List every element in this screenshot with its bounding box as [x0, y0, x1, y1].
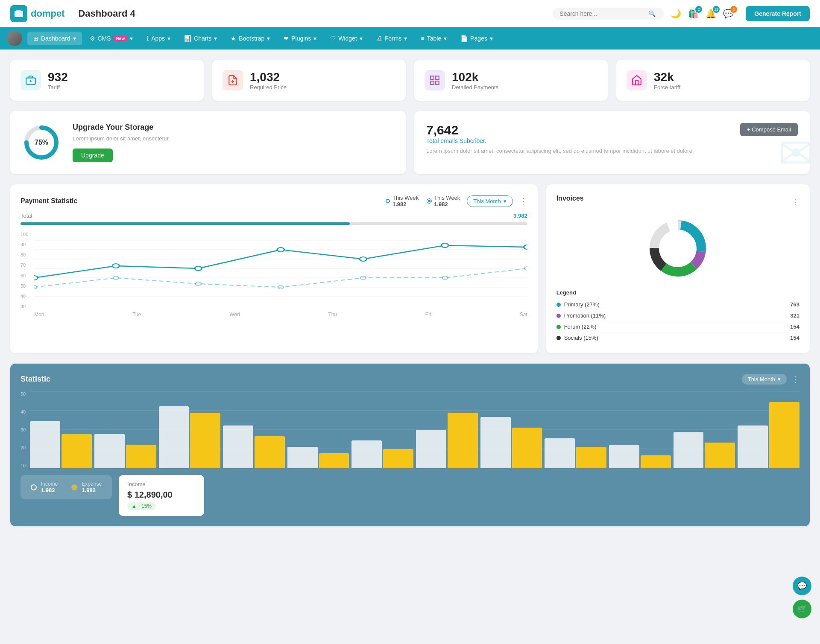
invoices-legend-section: Legend Primary (27%) 763 Promotion (11%): [556, 289, 800, 343]
legend-label-0: This Week: [392, 195, 419, 201]
nav-cms-label: CMS: [98, 35, 111, 42]
stat-cards-grid: 932 Tariff 1,032 Required Price 102k Det…: [10, 60, 810, 101]
payment-total-row: Total 3.982: [20, 213, 527, 219]
bar-yellow-11: [769, 402, 800, 468]
price-info: 1,032 Required Price: [250, 70, 287, 90]
svg-point-30: [278, 286, 284, 289]
email-subtitle: Total emails Subcriber.: [426, 137, 692, 144]
chevron-down-icon-bs: ▾: [267, 35, 270, 42]
forum-label: Forum (22%): [564, 323, 597, 330]
nav-item-plugins[interactable]: ❤ Plugins ▾: [278, 32, 322, 45]
expense-legend-dot: [71, 484, 77, 490]
bar-white-1: [94, 434, 125, 468]
bar-yellow-10: [705, 443, 735, 468]
expense-legend-item: Expense 1.982: [71, 481, 102, 493]
nav-item-pages[interactable]: 📄 Pages ▾: [454, 32, 499, 45]
bar-group-7: [480, 417, 542, 468]
storage-card: 75% Upgrade Your Storage Lorem ipsum dol…: [10, 111, 406, 174]
bar-white-4: [287, 447, 318, 468]
payment-progress-bar: [20, 222, 527, 225]
svg-point-20: [34, 276, 38, 280]
shop-icon-btn[interactable]: 🛍️ 2: [688, 9, 699, 19]
chevron-down-icon: ▾: [73, 35, 76, 42]
bar-group-9: [609, 445, 671, 468]
primary-label: Primary (27%): [564, 301, 600, 308]
legend-val-0: 1.982: [392, 201, 419, 207]
bar-white-5: [351, 440, 382, 468]
svg-rect-0: [15, 11, 23, 17]
chevron-down-icon-wi: ▾: [360, 35, 363, 42]
widget-nav-icon: ♡: [330, 35, 336, 42]
theme-toggle-icon[interactable]: 🌙: [671, 9, 681, 19]
line-chart-svg: [34, 232, 527, 309]
bar-chart-wrapper: [30, 391, 800, 468]
storage-donut: 75%: [22, 123, 61, 162]
nav-dashboard-label: Dashboard: [41, 35, 70, 42]
svg-point-26: [524, 245, 527, 249]
generate-report-button[interactable]: Generate Report: [746, 6, 810, 21]
promotion-color-dot: [556, 314, 561, 318]
bar-white-0: [30, 421, 60, 468]
expense-legend-value: 1.982: [82, 487, 102, 493]
svg-rect-10: [436, 81, 439, 85]
logo: dompet: [10, 5, 64, 22]
stat-card-price: 1,032 Required Price: [212, 60, 406, 101]
nav-item-forms[interactable]: 🖨 Forms ▾: [370, 32, 413, 45]
bar-group-5: [351, 440, 413, 468]
income-badge-value: +15%: [138, 503, 152, 509]
chat-icon-btn[interactable]: 💬 5: [723, 9, 734, 19]
force-icon: [627, 70, 647, 90]
bar-white-2: [159, 406, 189, 468]
nav-item-dashboard[interactable]: ⊞ Dashboard ▾: [27, 32, 82, 45]
bar-group-1: [94, 434, 156, 468]
search-bar[interactable]: 🔍: [553, 8, 664, 20]
forum-color-dot: [556, 325, 561, 329]
stat-card-payments: 102k Detailed Payments: [414, 60, 608, 101]
nav-item-bootstrap[interactable]: ★ Bootstrap ▾: [225, 32, 276, 45]
svg-rect-1: [16, 10, 21, 12]
payment-more-options-icon[interactable]: ⋮: [520, 196, 527, 206]
bar-white-6: [416, 430, 446, 468]
this-month-filter-button[interactable]: This Month ▾: [467, 195, 512, 207]
bar-yellow-8: [576, 447, 606, 468]
svg-point-28: [113, 276, 119, 280]
invoices-more-options-icon[interactable]: ⋮: [792, 197, 800, 207]
bar-group-11: [738, 402, 800, 468]
legend-dot-1: [427, 199, 431, 203]
payments-value: 102k: [452, 70, 498, 84]
cms-nav-icon: ⚙: [90, 35, 95, 42]
chevron-down-icon-pl: ▾: [313, 35, 316, 42]
search-input[interactable]: [559, 10, 645, 17]
shop-badge: 2: [695, 6, 702, 13]
statistic-more-options-icon[interactable]: ⋮: [792, 375, 800, 384]
bell-icon-btn[interactable]: 🔔 12: [706, 9, 716, 19]
socials-color-dot: [556, 336, 561, 340]
storage-info: Upgrade Your Storage Lorem ipsum dolor s…: [73, 123, 170, 162]
socials-count: 154: [790, 335, 800, 341]
socials-label: Socials (15%): [564, 335, 598, 341]
email-left: 7,642 Total emails Subcriber. Lorem ipsu…: [426, 123, 692, 154]
nav-item-widget[interactable]: ♡ Widget ▾: [324, 32, 369, 45]
statistic-month-filter-button[interactable]: This Month ▾: [742, 374, 787, 385]
page-title: Dashboard 4: [78, 8, 553, 19]
income-legend-label: Income: [41, 481, 58, 487]
bootstrap-nav-icon: ★: [231, 35, 236, 42]
legend-primary: Primary (27%) 763: [556, 299, 800, 310]
upgrade-button[interactable]: Upgrade: [73, 149, 113, 162]
statistic-bottom-panel: Income 1.982 Expense 1.982 Income $ 12,8…: [20, 475, 800, 516]
chevron-down-icon-apps: ▾: [167, 35, 170, 42]
invoices-donut-svg: [644, 214, 712, 283]
nav-item-cms[interactable]: ⚙ CMS New ▾: [84, 32, 139, 45]
statistic-chart-area: 50 40 30 20 10: [20, 391, 800, 468]
arrow-up-icon: ▲: [132, 503, 137, 509]
nav-item-apps[interactable]: ℹ Apps ▾: [141, 32, 176, 45]
search-icon: 🔍: [648, 10, 656, 17]
table-nav-icon: ≡: [421, 35, 424, 42]
payments-label: Detailed Payments: [452, 84, 498, 90]
income-detail-panel: Income $ 12,890,00 ▲ +15%: [119, 475, 204, 516]
nav-item-charts[interactable]: 📊 Charts ▾: [178, 32, 223, 45]
force-value: 32k: [654, 70, 680, 84]
nav-item-table[interactable]: ≡ Table ▾: [415, 32, 453, 45]
chevron-down-icon-cms: ▾: [130, 35, 133, 42]
bell-badge: 12: [713, 6, 720, 13]
